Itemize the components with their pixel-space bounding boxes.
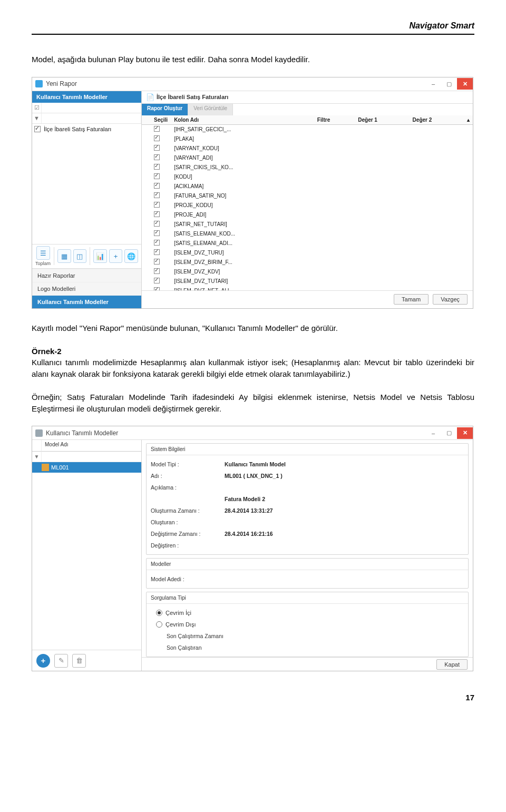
titlebar: Yeni Rapor – ▢ ✕ — [32, 77, 473, 91]
filter-cell[interactable] — [42, 103, 141, 113]
report-tabs: Rapor Oluştur Veri Görüntüle — [142, 104, 473, 115]
grid-row[interactable]: [ISLEM_DVZ_TUTARI] — [142, 276, 473, 286]
add-button[interactable]: + — [36, 654, 50, 668]
checkbox-icon[interactable] — [154, 202, 160, 208]
row-selector-icon: ▸ — [32, 465, 40, 471]
minimize-button[interactable]: – — [425, 78, 441, 90]
sidebar-2: Model Adı ▼ ▸ ML001 + ✎ 🗑 — [32, 440, 142, 671]
checkbox-icon[interactable] — [154, 249, 160, 255]
checkbox-icon[interactable] — [154, 154, 160, 160]
close-button-2[interactable]: ✕ — [457, 427, 473, 439]
grid-row[interactable]: [SATIR_CIKIS_ISL_KO... — [142, 162, 473, 172]
checkbox-icon[interactable] — [154, 183, 160, 189]
window-title: Yeni Rapor — [46, 80, 425, 87]
olusturma-zamani-label: Oluşturma Zamanı : — [151, 507, 225, 514]
filter-check-icon[interactable]: ☑ — [32, 103, 42, 113]
grid-row[interactable]: [PLAKA] — [142, 134, 473, 143]
nav-hazir-raporlar[interactable]: Hazır Raporlar — [32, 269, 141, 282]
grid-row[interactable]: [KODU] — [142, 172, 473, 181]
model-list-item[interactable]: ▸ ML001 — [32, 462, 141, 473]
grid-row[interactable]: [ACIKLAMA] — [142, 181, 473, 191]
toolbar-total-label: Toplam — [35, 261, 51, 266]
minimize-button-2[interactable]: – — [425, 427, 441, 439]
checkbox-icon[interactable] — [154, 278, 160, 283]
grid-row[interactable]: [IHR_SATIR_GECICI_... — [142, 124, 473, 134]
grid-row[interactable]: [ISLEM_DVZ_TURU] — [142, 248, 473, 257]
grid-row[interactable]: [FATURA_SATIR_NO] — [142, 191, 473, 200]
kolon-adi-cell: [SATIR_NET_TUTARI] — [171, 219, 314, 229]
barchart-icon[interactable]: 📊 — [93, 249, 107, 263]
grid-view-icon[interactable]: ▦ — [57, 249, 71, 263]
example-2-body-2: Örneğin; Satış Faturaları Modelinde Tari… — [32, 392, 474, 415]
maximize-button[interactable]: ▢ — [441, 78, 457, 90]
checkbox-icon[interactable] — [154, 135, 160, 141]
kolon-adi-cell: [KODU] — [171, 172, 314, 181]
kapat-button[interactable]: Kapat — [436, 659, 468, 670]
kolon-adi-cell: [ISLEM_DVZ_BIRIM_F... — [171, 257, 314, 267]
grid-row[interactable]: [VARYANT_ADI] — [142, 153, 473, 162]
maximize-button-2[interactable]: ▢ — [441, 427, 457, 439]
tab-rapor-olustur[interactable]: Rapor Oluştur — [142, 104, 188, 115]
column-grid: Seçili Kolon Adı Filtre Değer 1 Değer 2 … — [142, 115, 473, 290]
radio-label-ici: Çevrim İçi — [166, 610, 191, 616]
kolon-adi-cell: [IHR_SATIR_GECICI_... — [171, 124, 314, 134]
delete-button[interactable]: 🗑 — [72, 654, 86, 668]
grid-row[interactable]: [ISLEM_DVZ_KDV] — [142, 267, 473, 276]
grid-row[interactable]: [ISLEM_DVZ_BIRIM_F... — [142, 257, 473, 267]
checkbox-icon[interactable] — [154, 173, 160, 179]
grid-row[interactable]: [PROJE_ADI] — [142, 210, 473, 219]
sidebar-header: Kullanıcı Tanımlı Modeller — [32, 91, 141, 103]
checkbox-icon[interactable] — [154, 287, 160, 290]
kolon-adi-cell: [VARYANT_ADI] — [171, 153, 314, 162]
filter-funnel-icon-2[interactable]: ▼ — [32, 452, 42, 462]
close-button[interactable]: ✕ — [457, 78, 473, 90]
col-deger1[interactable]: Değer 1 — [355, 115, 409, 125]
checkbox-icon[interactable] — [34, 126, 41, 132]
kolon-adi-cell: [SATIS_ELEMANI_ADI... — [171, 238, 314, 248]
checkbox-icon[interactable] — [154, 230, 160, 236]
col-deger2[interactable]: Değer 2 — [410, 115, 464, 125]
grid-row[interactable]: [ISLEM_DVZ_NET_ALI... — [142, 286, 473, 290]
radio-cevrim-disi[interactable]: Çevrim Dışı — [151, 619, 464, 630]
col-kolon-adi[interactable]: Kolon Adı — [171, 115, 314, 125]
grid-row[interactable]: [SATIR_NET_TUTARI] — [142, 219, 473, 229]
checkbox-icon[interactable] — [154, 211, 160, 217]
doc-header-title: Navigator Smart — [32, 21, 474, 31]
sidebar-model-item[interactable]: İlçe İbareli Satış Faturaları — [32, 124, 141, 134]
nav-logo-modelleri[interactable]: Logo Modelleri — [32, 282, 141, 295]
edit-button[interactable]: ✎ — [54, 654, 68, 668]
checkbox-icon[interactable] — [154, 221, 160, 227]
filter-input[interactable] — [42, 452, 141, 462]
nav-kullanici-tanimli[interactable]: Kullanıcı Tanımlı Modeller — [32, 295, 141, 308]
filter-cell-2[interactable] — [42, 113, 141, 123]
grid-row[interactable]: [SATIS_ELEMANI_ADI... — [142, 238, 473, 248]
checkbox-icon[interactable] — [154, 192, 160, 198]
map-icon[interactable]: 🌐 — [124, 249, 138, 263]
screenshot-yeni-rapor: Yeni Rapor – ▢ ✕ Kullanıcı Tanımlı Model… — [32, 77, 473, 309]
model-icon — [42, 464, 49, 471]
model-tipi-label: Model Tipi : — [151, 461, 225, 467]
radio-cevrim-ici[interactable]: Çevrim İçi — [151, 607, 464, 619]
tab-veri-goruntule[interactable]: Veri Görüntüle — [188, 104, 233, 115]
pivot-view-icon[interactable]: ◫ — [73, 249, 87, 263]
col-filtre[interactable]: Filtre — [314, 115, 355, 125]
cancel-button[interactable]: Vazgeç — [433, 294, 468, 305]
report-header: 📄 İlçe İbareli Satış Faturaları — [142, 91, 473, 104]
grid-row[interactable]: [PROJE_KODU] — [142, 200, 473, 210]
checkbox-icon[interactable] — [154, 145, 160, 151]
add-chart-icon[interactable]: + — [109, 249, 123, 263]
checkbox-icon[interactable] — [154, 259, 160, 265]
checkbox-icon[interactable] — [154, 268, 160, 274]
filter-funnel-icon[interactable]: ▼ — [32, 113, 42, 123]
checkbox-icon[interactable] — [154, 164, 160, 170]
checkbox-icon[interactable] — [154, 126, 160, 132]
checkbox-icon[interactable] — [154, 240, 160, 246]
grid-row[interactable]: [VARYANT_KODU] — [142, 143, 473, 153]
modeller-header: Modeller — [147, 559, 468, 570]
table-view-icon[interactable]: ☰ — [36, 246, 50, 260]
ok-button[interactable]: Tamam — [394, 294, 429, 305]
grid-row[interactable]: [SATIS_ELEMANI_KOD... — [142, 229, 473, 238]
col-secili[interactable]: Seçili — [151, 115, 171, 125]
col-model-adi[interactable]: Model Adı — [42, 440, 141, 452]
scroll-up-icon[interactable]: ▴ — [464, 115, 473, 125]
